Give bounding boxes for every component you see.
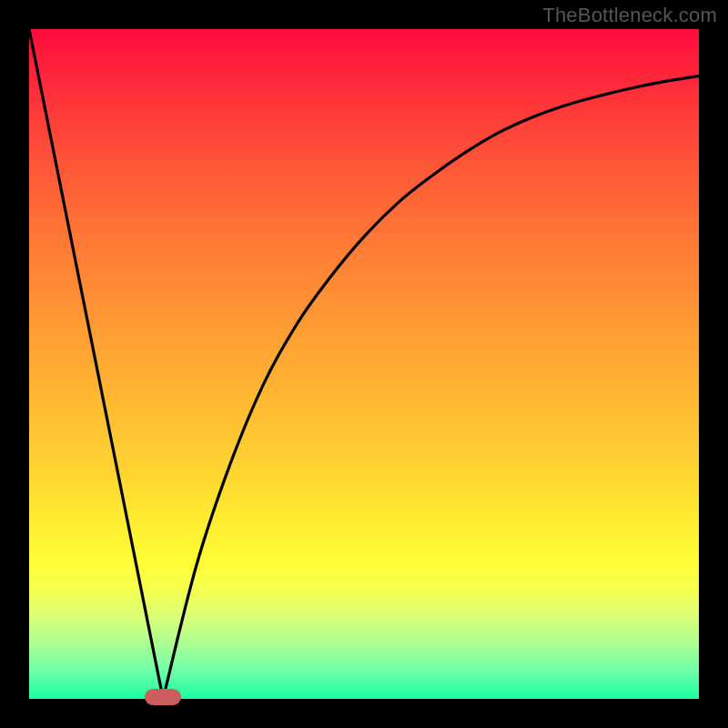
chart-frame: TheBottleneck.com (0, 0, 728, 728)
vertex-marker (145, 689, 181, 705)
curve-layer (29, 29, 699, 699)
left-branch-line (29, 29, 163, 699)
plot-area (29, 29, 699, 699)
watermark-text: TheBottleneck.com (542, 4, 717, 27)
right-branch-line (163, 76, 699, 699)
